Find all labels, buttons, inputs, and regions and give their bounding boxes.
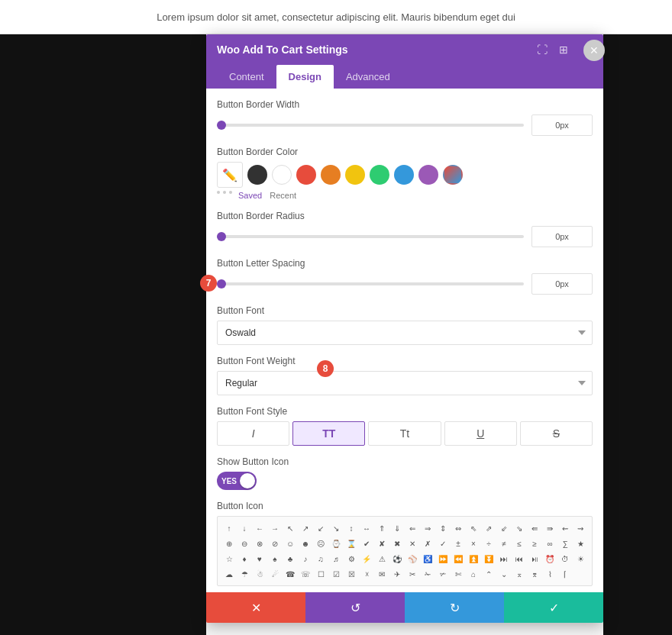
icon-cell[interactable]: ⇕ (436, 521, 450, 535)
tab-advanced[interactable]: Advanced (334, 65, 402, 89)
icon-cell[interactable]: ⚙ (344, 552, 358, 566)
icon-cell[interactable]: ⏫ (467, 552, 480, 566)
panel-maximize-icon[interactable]: ⛶ (535, 42, 550, 57)
icon-cell[interactable]: ⊘ (268, 537, 282, 550)
button-font-weight-select[interactable]: Regular Bold Light Medium (217, 371, 593, 395)
icon-cell[interactable]: ✄ (451, 567, 465, 581)
icon-cell[interactable]: ↔ (360, 521, 373, 535)
icon-cell[interactable]: ✓ (436, 537, 450, 550)
icon-cell[interactable]: ⇔ (451, 521, 465, 535)
icon-cell[interactable]: ☎ (283, 567, 297, 581)
color-swatch-gradient[interactable] (443, 165, 463, 185)
tab-design[interactable]: Design (276, 65, 334, 89)
icon-cell[interactable]: ♪ (299, 552, 312, 566)
icon-cell[interactable]: ✖ (390, 537, 404, 550)
icon-cell[interactable]: ⏬ (482, 552, 496, 566)
icon-cell[interactable]: ⇗ (482, 521, 496, 535)
button-font-select[interactable]: Oswald Arial Roboto Open Sans (217, 321, 593, 345)
color-swatch-green[interactable] (370, 165, 389, 185)
icon-cell[interactable]: ✉ (375, 567, 389, 581)
icon-cell[interactable]: ⌇ (543, 567, 557, 581)
icon-cell[interactable]: ★ (573, 537, 587, 550)
icon-cell[interactable]: ⇑ (375, 521, 389, 535)
icon-cell[interactable]: ↘ (329, 521, 343, 535)
icon-cell[interactable]: ☹ (314, 537, 328, 550)
icon-cell[interactable]: ☃ (253, 567, 267, 581)
button-border-radius-track[interactable] (217, 235, 524, 238)
icon-cell[interactable]: ⇐ (405, 521, 419, 535)
icon-cell[interactable]: ↑ (222, 521, 236, 535)
icon-cell[interactable]: ≤ (512, 537, 526, 550)
action-confirm-button[interactable]: ✓ (504, 592, 603, 623)
icon-cell[interactable]: ⏱ (558, 552, 572, 566)
icon-cell[interactable]: ⏩ (436, 552, 450, 566)
font-style-strikethrough[interactable]: S (520, 421, 593, 446)
action-close-button[interactable]: ✕ (206, 592, 305, 623)
icon-cell[interactable]: ÷ (482, 537, 496, 550)
icon-cell[interactable]: ← (253, 521, 267, 535)
icon-cell[interactable]: ≠ (497, 537, 511, 550)
icon-cell[interactable]: ⇝ (573, 521, 587, 535)
icon-cell[interactable]: ♫ (314, 552, 328, 566)
icon-cell[interactable]: ♥ (253, 552, 267, 566)
color-swatch-black[interactable] (247, 165, 267, 185)
icon-cell[interactable]: ⇜ (558, 521, 572, 535)
icon-cell[interactable]: ☁ (222, 567, 236, 581)
icon-cell[interactable]: ⇒ (421, 521, 435, 535)
recent-label[interactable]: Recent (270, 191, 296, 200)
icon-cell[interactable]: ♬ (329, 552, 343, 566)
icon-cell[interactable]: ✈ (390, 567, 404, 581)
color-swatch-red[interactable] (296, 165, 316, 185)
icon-cell[interactable]: ☐ (314, 567, 328, 581)
icon-cell[interactable]: ⌅ (512, 567, 526, 581)
icon-cell[interactable]: ⇘ (512, 521, 526, 535)
icon-cell[interactable]: ☏ (299, 567, 312, 581)
color-swatch-purple[interactable] (418, 165, 438, 185)
icon-cell[interactable]: ♣ (283, 552, 297, 566)
icon-cell[interactable]: ⇖ (467, 521, 480, 535)
button-letter-spacing-track[interactable] (217, 282, 524, 285)
icon-cell[interactable]: ⌛ (344, 537, 358, 550)
icon-cell[interactable]: ⏮ (512, 552, 526, 566)
icon-cell[interactable]: ⊗ (253, 537, 267, 550)
icon-cell[interactable]: ⌆ (528, 567, 541, 581)
icon-cell[interactable]: ↕ (344, 521, 358, 535)
action-undo-button[interactable]: ↺ (305, 592, 405, 623)
icon-cell[interactable]: ☒ (344, 567, 358, 581)
icon-cell[interactable]: ⇓ (390, 521, 404, 535)
icon-cell[interactable]: ☂ (237, 567, 251, 581)
icon-cell[interactable]: ⇛ (543, 521, 557, 535)
icon-cell[interactable]: ⊕ (222, 537, 236, 550)
icon-cell[interactable]: ✃ (436, 567, 450, 581)
icon-cell[interactable]: ⚠ (375, 552, 389, 566)
icon-cell[interactable]: ✗ (421, 537, 435, 550)
icon-cell[interactable]: ↓ (237, 521, 251, 535)
font-style-uppercase[interactable]: TT (292, 421, 365, 446)
panel-columns-icon[interactable]: ⊞ (556, 42, 571, 57)
icon-cell[interactable]: ♦ (237, 552, 251, 566)
icon-cell[interactable]: ✂ (405, 567, 419, 581)
font-style-italic[interactable]: I (217, 421, 289, 446)
icon-cell[interactable]: ☄ (268, 567, 282, 581)
icon-cell[interactable]: ↗ (299, 521, 312, 535)
icon-cell[interactable]: × (467, 537, 480, 550)
font-style-underline[interactable]: U (444, 421, 517, 446)
icon-cell[interactable]: ⊖ (237, 537, 251, 550)
icon-cell[interactable]: ✁ (421, 567, 435, 581)
button-border-width-track[interactable] (217, 124, 524, 127)
saved-label[interactable]: Saved (238, 191, 262, 200)
icon-cell[interactable]: ⇚ (528, 521, 541, 535)
icon-cell[interactable]: ≥ (528, 537, 541, 550)
icon-cell[interactable]: ∑ (558, 537, 572, 550)
icon-cell[interactable]: ⏯ (528, 552, 541, 566)
icon-cell[interactable]: ✘ (375, 537, 389, 550)
button-letter-spacing-value[interactable]: 0px (531, 273, 593, 295)
icon-cell[interactable]: ⇙ (497, 521, 511, 535)
tab-content[interactable]: Content (217, 65, 276, 89)
icon-cell[interactable]: ☀ (573, 552, 587, 566)
icon-cell[interactable]: ☻ (299, 537, 312, 550)
close-panel-button[interactable]: ✕ (583, 40, 605, 61)
color-swatch-yellow[interactable] (345, 165, 365, 185)
show-button-icon-toggle[interactable]: YES (217, 472, 257, 490)
icon-cell[interactable]: ⌄ (497, 567, 511, 581)
